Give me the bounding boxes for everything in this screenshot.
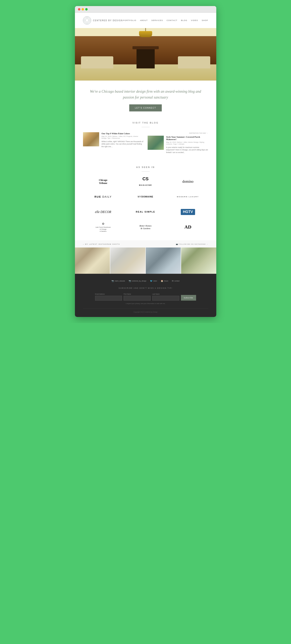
press-logo-lake-forest: ✿ Lake Forest Showhouseof Chicago& Garde… — [83, 222, 124, 232]
last-name-label: Last Name — [152, 293, 179, 295]
press-logo-bhg: Better Homes& Gardens — [126, 222, 166, 232]
footer-form: Email Address First Name Last Name Subsc… — [95, 293, 196, 300]
press-logo-cs: CSMAGAZINE — [126, 177, 166, 187]
blog-post-2-image — [148, 136, 164, 150]
blog-post-2-excerpt: Is your exterior ready for maximum summe… — [166, 146, 208, 154]
last-name-field-container: Last Name — [152, 293, 179, 300]
connect-button[interactable]: LET'S CONNECT — [129, 104, 162, 112]
press-logo-mydomaine: MYDOMAINE — [126, 192, 166, 202]
blog-posts: Our Top 9 White Paint Colors May 24, 201… — [83, 132, 208, 154]
blog-post-2-meta: May 18, 2019 / Before + After, Interior … — [166, 141, 208, 145]
houzz-icon: 🏠 — [161, 280, 163, 282]
fireplace-mantel — [132, 46, 159, 49]
first-name-label: First Name — [124, 293, 151, 295]
site-nav: PORTFOLIO ABOUT SERVICES CONTACT BLOG VI… — [123, 20, 208, 22]
press-logo-domino: domino — [168, 177, 208, 187]
blog-divider — [142, 127, 150, 127]
as-seen-in-section: AS SEEN IN ChicagoTribune CSMAGAZINE dom… — [75, 160, 216, 240]
nav-portfolio[interactable]: PORTFOLIO — [123, 20, 136, 22]
site-content: CENTERED BY DESIGN PORTFOLIO ABOUT SERVI… — [75, 13, 216, 317]
blog-inspiration-label: INSPIRATION THIS WAY → — [148, 132, 208, 134]
nav-contact[interactable]: CONTACT — [166, 20, 177, 22]
maximize-dot[interactable] — [85, 8, 88, 10]
press-logo-rue: RUE DAILY — [83, 192, 124, 202]
subscribe-title: SUBSCRIBE AND DON'T MISS A DESIGN TIP! — [83, 287, 208, 289]
blog-post-1-title[interactable]: Our Top 9 White Paint Colors — [102, 132, 144, 135]
sofa-left — [81, 56, 113, 68]
blog-section-title: VISIT THE BLOG — [83, 122, 208, 124]
social-item-houzz[interactable]: 🏠 houzz — [161, 280, 168, 282]
logo-icon — [83, 16, 91, 24]
social-item-contact[interactable]: ✉ contact — [172, 280, 180, 282]
site-footer: 📷 claire_staszak 📷 centered_by_design 🐦 … — [75, 274, 216, 317]
email-label: Email Address — [95, 293, 122, 295]
social-item-instagram-personal[interactable]: 📷 claire_staszak — [112, 280, 125, 282]
email-icon: ✉ — [172, 280, 174, 282]
blog-post-2: INSPIRATION THIS WAY → Style Your Summer… — [148, 132, 208, 154]
press-logo-decor: elle DECOR — [83, 207, 124, 217]
instagram-icon: 📷 — [112, 280, 114, 282]
tagline-section: We're a Chicago based interior design fi… — [75, 80, 216, 118]
instagram-header: – MY LATEST INSTAGRAM SHOTS 📷 FOLLOW ME … — [75, 243, 216, 248]
first-name-input[interactable] — [124, 296, 151, 300]
email-field-container: Email Address — [95, 293, 122, 300]
browser-chrome — [75, 6, 216, 13]
nav-services[interactable]: SERVICES — [152, 20, 163, 22]
instagram-grid — [75, 248, 216, 274]
footer-social: 📷 claire_staszak 📷 centered_by_design 🐦 … — [83, 280, 208, 282]
tagline-text: We're a Chicago based interior design fi… — [87, 89, 204, 100]
press-logo-real-simple: REAL SIMPLE — [126, 207, 166, 217]
nav-video[interactable]: VIDEO — [191, 20, 198, 22]
social-item-instagram-brand[interactable]: 📷 centered_by_design — [129, 280, 146, 282]
blog-post-2-title[interactable]: Style Your Summer: Covered Porch Makeove… — [166, 136, 208, 140]
press-logos-grid: ChicagoTribune CSMAGAZINE domino RUE DAI… — [83, 177, 208, 232]
room-fireplace — [136, 48, 155, 68]
press-logo-ad: AD — [168, 222, 208, 232]
blog-post-1-meta: May 24, 2019 / Before + After, DIY Proje… — [102, 136, 144, 139]
privacy-text: I respect your privacy, and your informa… — [83, 302, 208, 304]
logo-area[interactable]: CENTERED BY DESIGN — [83, 16, 123, 24]
nav-blog[interactable]: BLOG — [181, 20, 187, 22]
blog-post-2-content: Style Your Summer: Covered Porch Makeove… — [166, 136, 208, 154]
instagram-follow-link[interactable]: 📷 FOLLOW ME ON INSTAGRAM → — [176, 243, 208, 245]
first-name-field-container: First Name — [124, 293, 151, 300]
hero-image — [75, 28, 216, 80]
blog-post-1-image — [83, 132, 99, 146]
instagram-section: – MY LATEST INSTAGRAM SHOTS 📷 FOLLOW ME … — [75, 240, 216, 274]
copyright-text: Copyright 2019 Centered by Design — [83, 308, 208, 313]
subscribe-button[interactable]: Subscribe — [181, 295, 196, 300]
twitter-icon: 🐦 — [150, 280, 152, 282]
blog-section: VISIT THE BLOG Our Top 9 White Paint Col… — [75, 118, 216, 160]
close-dot[interactable] — [78, 8, 80, 10]
email-input[interactable] — [95, 296, 122, 300]
blog-post-1-excerpt: White is white, right? WRONG! There are … — [102, 140, 144, 148]
social-item-twitter[interactable]: 🐦 claire — [150, 280, 157, 282]
press-logo-hgtv: HGTV — [168, 207, 208, 217]
instagram-header-label: – MY LATEST INSTAGRAM SHOTS — [83, 243, 120, 245]
instagram-image-3[interactable] — [146, 248, 181, 274]
instagram-image-4[interactable] — [181, 248, 216, 274]
sofa-right — [178, 56, 210, 68]
browser-window: CENTERED BY DESIGN PORTFOLIO ABOUT SERVI… — [75, 6, 216, 317]
press-logo-modern-luxury: MODERN·LUXURY — [168, 192, 208, 202]
blog-post-1-content: Our Top 9 White Paint Colors May 24, 201… — [102, 132, 144, 154]
chandelier-body — [139, 31, 152, 37]
minimize-dot[interactable] — [82, 8, 84, 10]
instagram-image-2[interactable] — [110, 248, 146, 274]
instagram-image-1[interactable] — [75, 248, 110, 274]
last-name-input[interactable] — [152, 296, 179, 300]
blog-post-1: Our Top 9 White Paint Colors May 24, 201… — [83, 132, 144, 154]
nav-shop[interactable]: SHOP — [202, 20, 208, 22]
as-seen-in-title: AS SEEN IN — [83, 166, 208, 168]
instagram-brand-icon: 📷 — [129, 280, 131, 282]
logo-text: CENTERED BY DESIGN — [93, 20, 123, 22]
press-logo-chicago-tribune: ChicagoTribune — [83, 177, 124, 187]
nav-about[interactable]: ABOUT — [140, 20, 148, 22]
site-header: CENTERED BY DESIGN PORTFOLIO ABOUT SERVI… — [75, 13, 216, 28]
